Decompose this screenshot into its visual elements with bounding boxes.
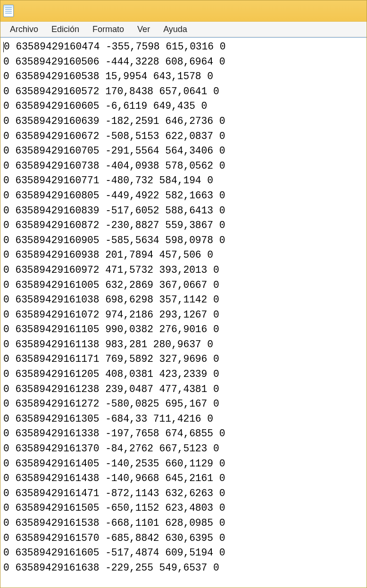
menu-archivo[interactable]: Archivo	[3, 23, 45, 36]
text-cursor	[3, 42, 4, 52]
menu-formato[interactable]: Formato	[86, 23, 131, 36]
titlebar[interactable]	[0, 0, 367, 22]
menu-ayuda[interactable]: Ayuda	[157, 23, 194, 36]
text-content-area[interactable]: 0 63589429160474 -355,7598 615,0316 0 0 …	[0, 37, 367, 588]
menu-ver[interactable]: Ver	[131, 23, 157, 36]
menubar: Archivo Edición Formato Ver Ayuda	[0, 22, 367, 37]
menu-edicion[interactable]: Edición	[45, 23, 86, 36]
text-area[interactable]: 0 63589429160474 -355,7598 615,0316 0 0 …	[3, 40, 364, 575]
notepad-window: Archivo Edición Formato Ver Ayuda 0 6358…	[0, 0, 367, 588]
notepad-icon	[3, 5, 14, 17]
